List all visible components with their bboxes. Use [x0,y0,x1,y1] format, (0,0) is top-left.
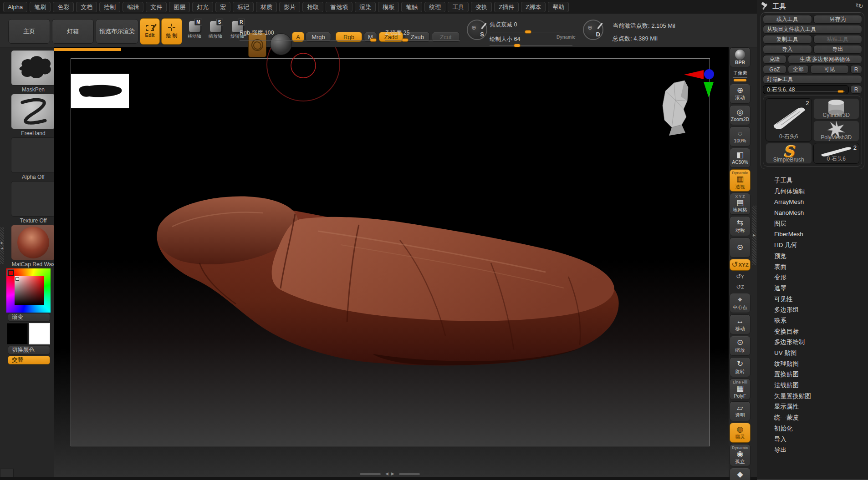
tool-panel-section[interactable]: 显示属性 [757,401,868,412]
export-button[interactable]: 导出 [813,45,863,54]
menu-item[interactable]: 帮助 [548,2,569,12]
goz-all-button[interactable]: 全部 [788,65,809,74]
polyframe-button[interactable]: Line Fill ▦ PolyF [730,379,751,400]
rock-model[interactable] [145,172,628,372]
antialias-half-button[interactable]: ◧ AC50% [730,148,751,168]
z-intensity-handle[interactable] [402,38,408,42]
tool-panel-section[interactable]: 初始化 [757,423,868,434]
goz-button[interactable]: GoZ [763,65,786,74]
goz-visible-button[interactable]: 可见 [810,65,849,74]
lightbox-tool-button[interactable]: 灯箱▶工具 [763,75,862,84]
save-as-button[interactable]: 另存为 [813,15,863,24]
alternate-button[interactable]: 交替 [8,356,50,364]
secondary-color-swatch[interactable] [7,323,28,344]
move-canvas-button[interactable]: ↔ 移动 [730,314,751,334]
rgb-intensity-handle[interactable] [370,38,377,42]
camera-orientation-gizmo[interactable] [658,68,717,139]
menu-item[interactable]: 拾取 [302,2,323,12]
tool-panel-section[interactable]: HD 几何 [757,240,868,251]
focal-shift-handle[interactable] [525,30,531,34]
tool-panel-section[interactable]: 可见性 [757,294,868,305]
saturation-value-square[interactable] [15,276,44,305]
perspective-button[interactable]: Dynamic ▦ 透视 [730,169,751,192]
color-marker[interactable] [15,277,19,281]
tool-panel-section[interactable]: UV 贴图 [757,348,868,359]
tool-panel-section[interactable]: 导出 [757,445,868,455]
copy-tool-button[interactable]: 复制工具 [763,35,812,44]
scroll-right-icon[interactable]: ▶ [391,471,394,476]
tool-tile-simplebrush[interactable]: S SimpleBrush [766,143,812,164]
load-tool-button[interactable]: 载入工具 [763,15,812,24]
ghost-button[interactable]: ◍ 幽灵 [730,423,751,443]
z-rotate-button[interactable]: ↺ Z [730,283,751,292]
slider-handle[interactable] [837,90,844,93]
zoom2d-button[interactable]: ◎ Zoom2D [730,105,751,125]
canvas-scrollbar[interactable] [360,473,381,475]
move-gyro-button[interactable]: M 移动轴 [186,21,203,40]
goz-r-button[interactable]: R [850,65,862,74]
camera-lock-button[interactable]: ⊝ [730,237,751,258]
menu-item[interactable]: Alpha [3,2,27,12]
rotate-canvas-button[interactable]: ↻ 旋转 [730,357,751,377]
menu-item[interactable]: 模板 [378,2,399,12]
make-polymesh-button[interactable]: 生成 多边形网格物体 [788,55,862,64]
menu-item[interactable]: 灯光 [192,2,213,12]
menu-item[interactable]: 首选项 [326,2,352,12]
tool-panel-section[interactable]: 遮罩 [757,283,868,294]
load-from-project-button[interactable]: 从项目文件载入工具 [763,25,862,34]
current-texture-slot[interactable]: Texture Off [11,181,56,224]
primary-color-swatch[interactable] [29,323,50,344]
tool-panel-section[interactable]: 矢量置换贴图 [757,391,868,402]
dynamic-label[interactable]: Dynamic [557,35,576,40]
z-axis-marker[interactable] [704,69,714,79]
rgb-intensity-slider[interactable] [240,40,376,40]
menu-item[interactable]: 色彩 [53,2,74,12]
depth-picker-icon[interactable]: D [583,20,603,40]
import-button[interactable]: 导入 [763,45,812,54]
preview-boolean-button[interactable]: 预览布尔渲染 [96,19,138,44]
xpose-button[interactable]: ◆ Xpose [730,468,751,480]
active-tool-slider[interactable]: 0-石头6. 48 [763,85,849,94]
menu-item[interactable]: 渲染 [355,2,376,12]
tool-panel-section[interactable]: 多边形组 [757,304,868,315]
draw-button[interactable]: 绘 制 [161,18,182,45]
tool-panel-section[interactable]: 表面 [757,262,868,273]
menu-item[interactable]: 笔刷 [30,2,51,12]
actual-size-button[interactable]: ◌ 100% [730,126,751,147]
menu-item[interactable]: 工具 [448,2,469,12]
floor-grid-button[interactable]: X Y Z ▤ 地网格 [730,193,751,215]
menu-item[interactable]: 影片 [279,2,300,12]
color-picker[interactable] [6,268,51,313]
tool-tile-cylinder3d[interactable]: Cylinder3D [813,98,860,119]
tool-panel-section[interactable]: 图层 [757,218,868,229]
tool-panel-section[interactable]: 置换贴图 [757,369,868,380]
scale-canvas-button[interactable]: ⊙ 缩放 [730,336,751,356]
menu-item[interactable]: 文档 [76,2,97,12]
current-brush-slot[interactable]: MaskPen [11,50,56,93]
xyz-rotate-button[interactable]: ↺ XYZ [730,259,751,271]
tool-panel-section[interactable]: FiberMesh [757,229,868,240]
tool-panel-section[interactable]: 纹理贴图 [757,359,868,369]
menu-item[interactable]: 宏 [215,2,230,12]
menu-item[interactable]: 笔触 [401,2,422,12]
tool-panel-section[interactable]: 几何体编辑 [757,186,868,197]
menu-item[interactable]: Z插件 [494,2,519,12]
tool-panel-section[interactable]: 子工具 [757,175,868,186]
menu-item[interactable]: 标记 [233,2,254,12]
menu-item[interactable]: 变换 [471,2,492,12]
draw-size-slider[interactable] [490,45,572,46]
switch-color-button[interactable]: 切换颜色 [8,346,50,354]
gradient-button[interactable]: 渐变 [8,313,50,322]
subpixel-button[interactable]: 子像素 [730,69,751,82]
frame-center-button[interactable]: ⌖ 中心点 [730,293,751,313]
panel-resize-handle[interactable]: ▶ [752,206,756,265]
edit-button[interactable]: Edit [140,18,160,45]
menu-item[interactable]: Z脚本 [521,2,546,12]
clone-button[interactable]: 克隆 [763,55,786,64]
scroll-left-icon[interactable]: ◀ [385,471,388,476]
solo-button[interactable]: Dynamic ◉ 孤立 [730,444,751,466]
bpr-render-button[interactable]: BPR [730,47,751,67]
home-button[interactable]: 主页 [8,19,50,44]
tool-panel-section[interactable]: 变换目标 [757,326,868,337]
tool-panel-section[interactable]: 联系 [757,315,868,326]
